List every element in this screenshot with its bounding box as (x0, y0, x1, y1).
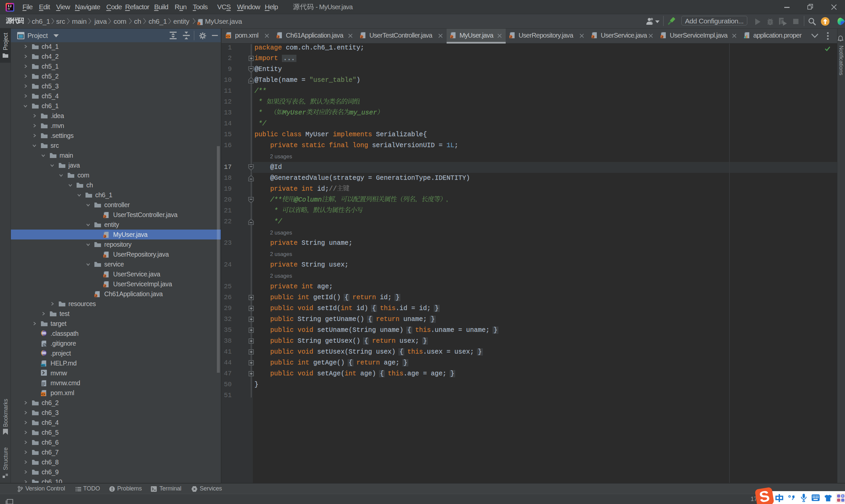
svg-text:J: J (277, 35, 279, 38)
svg-text:<>: <> (41, 393, 45, 396)
svg-text:J: J (104, 254, 106, 258)
svg-text:J: J (451, 35, 453, 38)
svg-text:J: J (104, 274, 106, 277)
svg-text:J: J (592, 35, 594, 38)
svg-text:MD: MD (41, 364, 45, 366)
svg-text:<>: <> (226, 35, 230, 38)
svg-text:J: J (104, 215, 106, 218)
svg-text:J: J (198, 22, 200, 25)
svg-text:J: J (95, 294, 97, 297)
svg-text:J: J (510, 35, 512, 38)
svg-text:J: J (104, 284, 106, 287)
svg-text:J: J (104, 235, 106, 238)
svg-text:J: J (661, 35, 663, 38)
svg-text:J: J (361, 35, 363, 38)
